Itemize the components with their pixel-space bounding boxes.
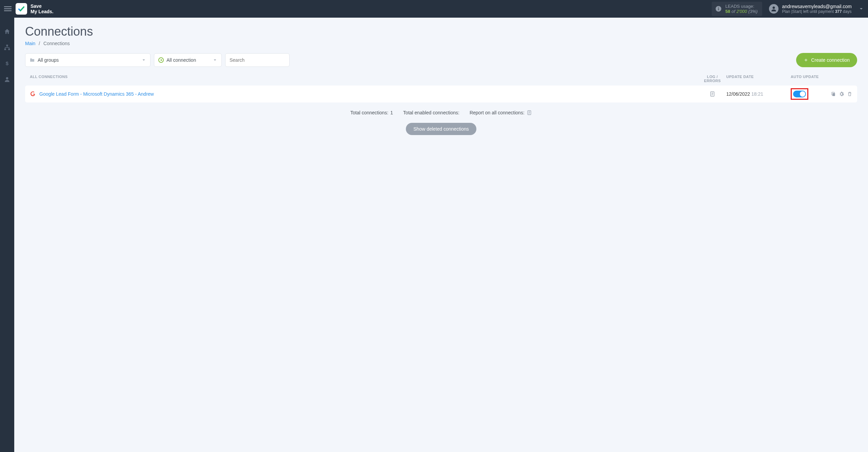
avatar-icon: [769, 4, 778, 14]
status-select[interactable]: All connection: [154, 53, 222, 67]
th-date: UPDATE DATE: [726, 75, 791, 83]
groups-select[interactable]: All groups: [25, 53, 151, 67]
svg-rect-4: [718, 8, 719, 10]
svg-point-6: [773, 6, 775, 9]
th-name: ALL CONNECTIONS: [30, 75, 698, 83]
topbar: Save My Leads. LEADS usage: 58 of 2'000 …: [0, 0, 868, 18]
brand-logo[interactable]: Save My Leads.: [16, 3, 54, 15]
svg-text:$: $: [6, 60, 9, 66]
th-log: LOG / ERRORS: [698, 75, 726, 83]
auto-update-toggle[interactable]: [793, 91, 806, 97]
usage-label: LEADS usage:: [725, 4, 757, 9]
play-circle-icon: [158, 57, 164, 63]
row-actions: [825, 91, 852, 97]
trash-icon[interactable]: [847, 91, 852, 97]
plus-icon: [804, 58, 808, 62]
brand-text: Save My Leads.: [31, 3, 54, 14]
account-menu[interactable]: andrewsavemyleads@gmail.com Plan |Start|…: [769, 4, 852, 14]
info-icon: [715, 5, 722, 12]
auto-update-cell: [791, 88, 825, 100]
menu-toggle[interactable]: [4, 5, 12, 13]
dollar-icon[interactable]: $: [3, 60, 11, 67]
usage-values: 58 of 2'000 (3%): [725, 9, 757, 14]
highlight-box: [791, 88, 808, 100]
account-plan: Plan |Start| left until payment 377 days: [782, 9, 852, 14]
enabled-connections: Total enabled connections:: [403, 110, 459, 115]
chevron-down-icon: [141, 58, 146, 62]
sitemap-icon[interactable]: [3, 44, 11, 51]
report-connections: Report on all connections:: [470, 110, 532, 115]
gear-icon[interactable]: [839, 91, 844, 97]
page-title: Connections: [25, 24, 857, 39]
search-input[interactable]: [225, 53, 290, 67]
svg-rect-0: [4, 6, 12, 7]
chevron-down-icon: [213, 58, 217, 62]
account-email: andrewsavemyleads@gmail.com: [782, 4, 852, 9]
breadcrumb: Main / Connections: [25, 41, 857, 46]
copy-icon[interactable]: [831, 91, 836, 97]
show-deleted-button[interactable]: Show deleted connections: [406, 123, 476, 135]
table-headers: ALL CONNECTIONS LOG / ERRORS UPDATE DATE…: [25, 75, 857, 83]
document-icon[interactable]: [527, 110, 532, 115]
breadcrumb-current: Connections: [43, 41, 70, 46]
user-icon[interactable]: [3, 76, 11, 83]
breadcrumb-main[interactable]: Main: [25, 41, 35, 46]
filter-row: All groups All connection Create connect…: [25, 53, 857, 67]
update-date: 12/06/2022 18:21: [726, 91, 791, 97]
connection-row: Google Lead Form - Microsoft Dynamics 36…: [25, 86, 857, 102]
svg-rect-9: [8, 49, 10, 50]
sidebar: $: [0, 18, 14, 452]
svg-rect-2: [4, 11, 12, 11]
folder-icon: [29, 57, 35, 63]
connection-name-link[interactable]: Google Lead Form - Microsoft Dynamics 36…: [39, 91, 698, 97]
svg-rect-5: [718, 7, 719, 8]
logo-mark: [16, 3, 27, 15]
chevron-down-icon[interactable]: [859, 6, 864, 12]
summary-row: Total connections: 1 Total enabled conne…: [25, 110, 857, 115]
usage-widget[interactable]: LEADS usage: 58 of 2'000 (3%): [712, 2, 762, 16]
google-icon: [30, 91, 36, 97]
th-auto: AUTO UPDATE: [791, 75, 852, 83]
home-icon[interactable]: [3, 28, 11, 35]
log-button[interactable]: [698, 91, 726, 97]
svg-rect-7: [6, 45, 8, 46]
total-connections: Total connections: 1: [350, 110, 393, 115]
svg-rect-1: [4, 8, 12, 9]
main-content: Connections Main / Connections All group…: [14, 18, 868, 452]
svg-rect-16: [832, 93, 835, 96]
svg-rect-8: [4, 49, 6, 50]
create-connection-button[interactable]: Create connection: [796, 53, 857, 67]
svg-point-11: [6, 77, 8, 79]
